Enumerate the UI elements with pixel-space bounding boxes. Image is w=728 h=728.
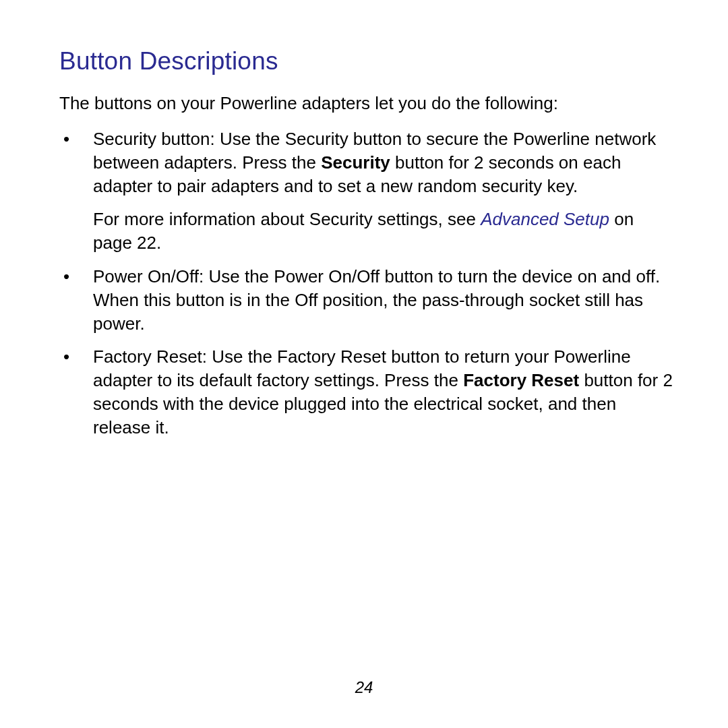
bullet-reset: Factory Reset: Use the Factory Reset but… bbox=[59, 345, 674, 439]
bullet-list: Security button: Use the Security button… bbox=[59, 127, 674, 439]
bullet-security: Security button: Use the Security button… bbox=[59, 127, 674, 255]
bullet-power: Power On/Off: Use the Power On/Off butto… bbox=[59, 265, 674, 336]
section-heading: Button Descriptions bbox=[59, 47, 674, 75]
bullet-power-text: Power On/Off: Use the Power On/Off butto… bbox=[93, 266, 660, 334]
bullet-security-more-pre: For more information about Security sett… bbox=[93, 209, 481, 229]
bullet-reset-bold: Factory Reset bbox=[463, 370, 579, 390]
bullet-security-more: For more information about Security sett… bbox=[93, 208, 674, 255]
intro-paragraph: The buttons on your Powerline adapters l… bbox=[59, 92, 674, 115]
document-page: Button Descriptions The buttons on your … bbox=[0, 0, 728, 728]
bullet-security-bold: Security bbox=[321, 152, 390, 173]
page-number: 24 bbox=[0, 678, 728, 697]
advanced-setup-link[interactable]: Advanced Setup bbox=[481, 209, 609, 229]
